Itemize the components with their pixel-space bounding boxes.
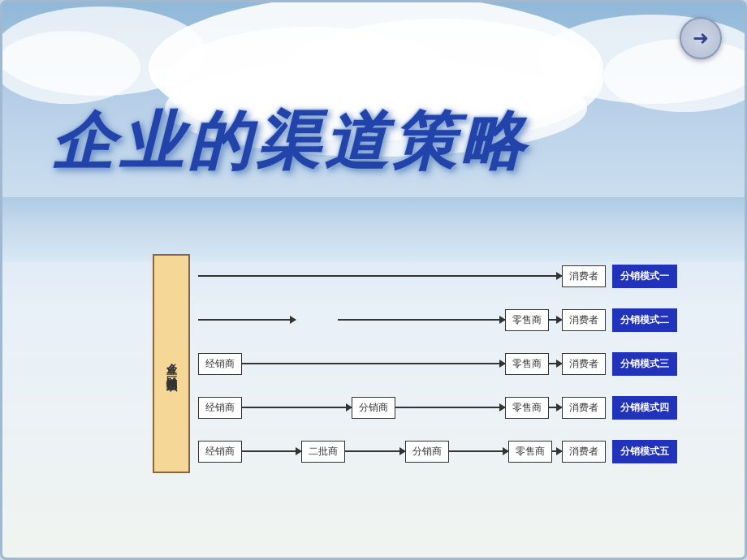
arrow-5d bbox=[552, 450, 562, 452]
label-mode-2: 分销模式二 bbox=[612, 308, 677, 332]
node-retailer-5: 零售商 bbox=[508, 441, 552, 463]
node-retailer-4: 零售商 bbox=[505, 397, 549, 419]
enterprise-box: 企业／区域性营销组织 bbox=[153, 254, 190, 473]
label-mode-5: 分销模式五 bbox=[612, 440, 677, 463]
arrow-5a bbox=[242, 450, 301, 452]
svg-rect-9 bbox=[2, 197, 747, 262]
arrow-4c bbox=[549, 407, 562, 408]
arrow-2c bbox=[549, 319, 562, 321]
flow-row-1: 消费者 分销模式一 bbox=[198, 254, 677, 298]
node-consumer-5: 消费者 bbox=[562, 441, 606, 463]
main-title: 企业的渠道策略 bbox=[51, 100, 663, 185]
node-retailer-2: 零售商 bbox=[505, 309, 549, 331]
flow-row-2: 零售商 消费者 分销模式二 bbox=[198, 298, 677, 342]
arrow-4b bbox=[395, 407, 505, 408]
flow-row-3: 经销商 零售商 消费者 分销模式三 bbox=[198, 342, 677, 386]
arrow-3b bbox=[549, 363, 562, 364]
label-mode-4: 分销模式四 bbox=[612, 396, 677, 420]
label-mode-1: 分销模式一 bbox=[612, 265, 677, 288]
flow-row-5: 经销商 二批商 分销商 零售商 消费者 分销模式五 bbox=[198, 429, 677, 473]
node-retailer-3: 零售商 bbox=[505, 353, 549, 375]
node-dealer-3: 经销商 bbox=[198, 353, 242, 375]
arrow-4a bbox=[242, 407, 352, 408]
arrow-3a bbox=[242, 363, 505, 364]
node-consumer-2: 消费者 bbox=[562, 309, 606, 331]
nav-next-button[interactable] bbox=[680, 17, 722, 59]
node-dealer-5: 经销商 bbox=[198, 441, 242, 463]
arrow-2b bbox=[338, 319, 505, 321]
node-consumer-4: 消费者 bbox=[562, 397, 606, 419]
arrow-5b bbox=[345, 450, 404, 452]
node-dealer-4: 经销商 bbox=[198, 397, 242, 419]
arrow-2a bbox=[198, 319, 296, 321]
node-consumer-1: 消费者 bbox=[562, 265, 606, 287]
node-distributor-4: 分销商 bbox=[352, 397, 395, 419]
node-second-batch-5: 二批商 bbox=[301, 441, 345, 463]
node-distributor-5: 分销商 bbox=[405, 441, 449, 463]
title-area: 企业的渠道策略 bbox=[51, 100, 663, 185]
arrow-5c bbox=[449, 450, 508, 452]
flow-row-4: 经销商 分销商 零售商 消费者 分销模式四 bbox=[198, 386, 677, 429]
arrow-1 bbox=[198, 275, 562, 277]
label-mode-3: 分销模式三 bbox=[612, 352, 677, 376]
slide: 企业的渠道策略 企业／区域性营销组织 消费者 分销模式一 零售商 消费者 bbox=[0, 0, 747, 560]
node-consumer-3: 消费者 bbox=[562, 353, 606, 375]
flow-rows: 消费者 分销模式一 零售商 消费者 分销模式二 经销商 零售商 bbox=[198, 254, 677, 473]
